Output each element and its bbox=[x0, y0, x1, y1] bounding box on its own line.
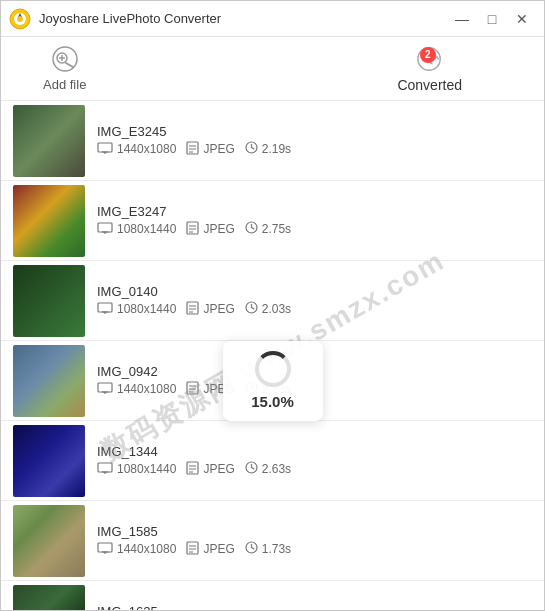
file-meta: 1440x1080 JPEG 1.73s bbox=[97, 541, 532, 558]
resolution-value: 1080x1440 bbox=[117, 302, 176, 316]
svg-line-69 bbox=[251, 548, 254, 550]
file-icon bbox=[186, 301, 199, 318]
file-info: IMG_E3247 1080x1440 JPEG 2.75s bbox=[97, 204, 532, 238]
format-value: JPEG bbox=[203, 302, 234, 316]
time-meta: 1.73s bbox=[245, 541, 291, 557]
clock-icon bbox=[245, 461, 258, 477]
clock-icon bbox=[245, 141, 258, 157]
file-info: IMG_1344 1080x1440 JPEG 2.63s bbox=[97, 444, 532, 478]
thumbnail bbox=[13, 185, 85, 257]
file-row[interactable]: IMG_1344 1080x1440 JPEG 2.63s bbox=[1, 421, 544, 501]
converted-badge: 2 bbox=[420, 47, 436, 63]
format-value: JPEG bbox=[203, 542, 234, 556]
resolution-meta: 1440x1080 bbox=[97, 382, 176, 397]
resolution-meta: 1080x1440 bbox=[97, 302, 176, 317]
thumbnail bbox=[13, 345, 85, 417]
resolution-meta: 1080x1440 bbox=[97, 222, 176, 237]
resolution-value: 1440x1080 bbox=[117, 542, 176, 556]
resolution-meta: 1440x1080 bbox=[97, 142, 176, 157]
thumbnail bbox=[13, 265, 85, 337]
progress-overlay: 15.0% bbox=[223, 341, 323, 421]
file-row[interactable]: IMG_E3247 1080x1440 JPEG 2.75s bbox=[1, 181, 544, 261]
file-row[interactable]: IMG_0140 1080x1440 JPEG 2.03s bbox=[1, 261, 544, 341]
file-list[interactable]: 数码资源网 www.smzx.com IMG_E3245 1440x1080 J… bbox=[1, 101, 544, 610]
add-file-icon bbox=[51, 45, 79, 73]
add-file-label: Add file bbox=[43, 77, 86, 92]
screen-icon bbox=[97, 142, 113, 157]
clock-icon bbox=[245, 541, 258, 557]
file-name: IMG_1585 bbox=[97, 524, 532, 539]
time-value: 1.73s bbox=[262, 542, 291, 556]
add-file-button[interactable]: Add file bbox=[31, 39, 98, 98]
time-meta: 2.63s bbox=[245, 461, 291, 477]
svg-rect-60 bbox=[98, 543, 112, 552]
time-value: 2.19s bbox=[262, 142, 291, 156]
file-info: IMG_0140 1080x1440 JPEG 2.03s bbox=[97, 284, 532, 318]
time-meta: 2.75s bbox=[245, 221, 291, 237]
svg-rect-10 bbox=[98, 143, 112, 152]
resolution-value: 1440x1080 bbox=[117, 142, 176, 156]
file-icon bbox=[186, 141, 199, 158]
file-icon bbox=[186, 461, 199, 478]
screen-icon bbox=[97, 462, 113, 477]
file-icon bbox=[186, 541, 199, 558]
minimize-button[interactable]: — bbox=[448, 8, 476, 30]
time-value: 2.03s bbox=[262, 302, 291, 316]
format-value: JPEG bbox=[203, 222, 234, 236]
main-window: Joyoshare LivePhoto Converter — □ ✕ Add … bbox=[0, 0, 545, 611]
clock-icon bbox=[245, 301, 258, 317]
thumbnail bbox=[13, 105, 85, 177]
thumbnail bbox=[13, 425, 85, 497]
file-meta: 1080x1440 JPEG 2.63s bbox=[97, 461, 532, 478]
file-info: IMG_E3245 1440x1080 JPEG 2.19s bbox=[97, 124, 532, 158]
resolution-value: 1080x1440 bbox=[117, 222, 176, 236]
svg-line-19 bbox=[251, 148, 254, 150]
format-meta: JPEG bbox=[186, 141, 234, 158]
resolution-meta: 1440x1080 bbox=[97, 542, 176, 557]
resolution-value: 1080x1440 bbox=[117, 462, 176, 476]
progress-spinner bbox=[255, 351, 291, 387]
svg-line-39 bbox=[251, 308, 254, 310]
svg-rect-40 bbox=[98, 383, 112, 392]
window-title: Joyoshare LivePhoto Converter bbox=[39, 11, 448, 26]
file-info: IMG_1585 1440x1080 JPEG 1.73s bbox=[97, 524, 532, 558]
file-name: IMG_E3247 bbox=[97, 204, 532, 219]
file-name: IMG_0140 bbox=[97, 284, 532, 299]
app-logo bbox=[9, 8, 31, 30]
file-info: IMG_1625 1080x1440 JPEG 3.03s bbox=[97, 604, 532, 611]
svg-line-59 bbox=[251, 468, 254, 470]
file-row[interactable]: IMG_0942 1440x1080 JPEG 2.23s15.0% bbox=[1, 341, 544, 421]
format-meta: JPEG bbox=[186, 461, 234, 478]
file-row[interactable]: IMG_E3245 1440x1080 JPEG 2.19s bbox=[1, 101, 544, 181]
file-row[interactable]: IMG_1585 1440x1080 JPEG 1.73s bbox=[1, 501, 544, 581]
maximize-button[interactable]: □ bbox=[478, 8, 506, 30]
converted-icon: 2 bbox=[416, 45, 444, 73]
svg-rect-20 bbox=[98, 223, 112, 232]
screen-icon bbox=[97, 302, 113, 317]
svg-point-2 bbox=[17, 16, 23, 22]
format-meta: JPEG bbox=[186, 301, 234, 318]
time-value: 2.75s bbox=[262, 222, 291, 236]
svg-rect-30 bbox=[98, 303, 112, 312]
svg-rect-50 bbox=[98, 463, 112, 472]
screen-icon bbox=[97, 382, 113, 397]
svg-line-29 bbox=[251, 228, 254, 230]
file-icon bbox=[186, 381, 199, 398]
thumbnail bbox=[13, 505, 85, 577]
window-controls: — □ ✕ bbox=[448, 8, 536, 30]
title-bar: Joyoshare LivePhoto Converter — □ ✕ bbox=[1, 1, 544, 37]
converted-button[interactable]: 2 Converted bbox=[385, 39, 474, 99]
screen-icon bbox=[97, 542, 113, 557]
close-button[interactable]: ✕ bbox=[508, 8, 536, 30]
file-row[interactable]: IMG_1625 1080x1440 JPEG 3.03s bbox=[1, 581, 544, 610]
format-meta: JPEG bbox=[186, 541, 234, 558]
screen-icon bbox=[97, 222, 113, 237]
resolution-meta: 1080x1440 bbox=[97, 462, 176, 477]
clock-icon bbox=[245, 221, 258, 237]
time-value: 2.63s bbox=[262, 462, 291, 476]
format-value: JPEG bbox=[203, 462, 234, 476]
file-name: IMG_E3245 bbox=[97, 124, 532, 139]
toolbar: Add file 2 Converted bbox=[1, 37, 544, 101]
progress-percent: 15.0% bbox=[251, 393, 294, 410]
file-icon bbox=[186, 221, 199, 238]
